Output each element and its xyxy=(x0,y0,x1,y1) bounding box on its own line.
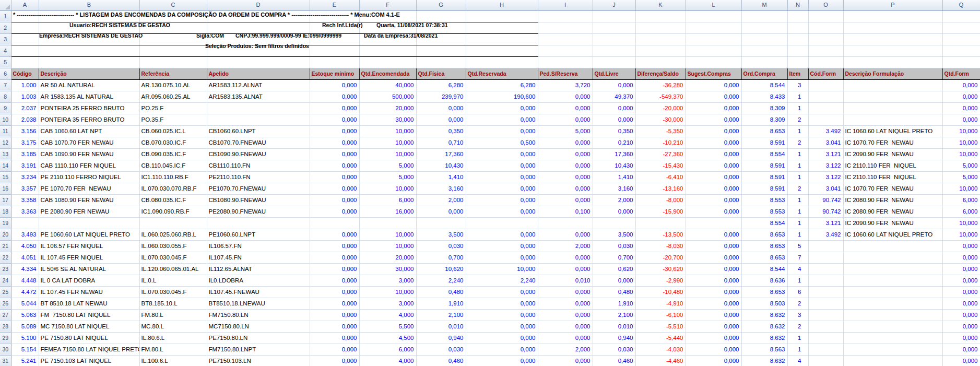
cell-M24[interactable]: 8.636 xyxy=(741,275,787,286)
cell-B8[interactable]: AR 1583.135 AL NATURAL xyxy=(39,91,139,102)
cell-B2[interactable] xyxy=(39,22,139,33)
column-header-F[interactable]: Qtd.Encomendada xyxy=(359,68,416,79)
cell-F16[interactable]: 10,000 xyxy=(359,183,416,194)
cell-I18[interactable]: 0,100 xyxy=(538,206,593,217)
cell-K16[interactable]: -13,160 xyxy=(635,183,686,194)
cell-M21[interactable]: 8.653 xyxy=(741,240,787,252)
cell-A26[interactable]: 5.044 xyxy=(11,298,39,309)
column-letter-N[interactable]: N xyxy=(787,0,808,10)
cell-L11[interactable]: 0,000 xyxy=(686,125,741,137)
cell-A13[interactable]: 3.185 xyxy=(11,148,39,160)
cell-I11[interactable]: 5,000 xyxy=(538,125,593,137)
cell-E18[interactable]: 0,000 xyxy=(310,206,359,217)
cell-A24[interactable]: 4.448 xyxy=(11,275,39,286)
cell-F10[interactable]: 30,000 xyxy=(359,114,416,125)
cell-A22[interactable]: 4.051 xyxy=(11,252,39,263)
cell-K20[interactable]: -13,500 xyxy=(635,229,686,240)
cell-A29[interactable]: 5.100 xyxy=(11,332,39,344)
cell-C25[interactable]: IL.070.030.045.F xyxy=(139,286,207,298)
cell-M13[interactable]: 8.554 xyxy=(741,148,787,160)
cell-K28[interactable]: -5,510 xyxy=(635,321,686,332)
row-number-17[interactable]: 17 xyxy=(0,194,11,206)
row-number-31[interactable]: 31 xyxy=(0,355,11,366)
cell-D29[interactable]: PE7150.80.LN xyxy=(207,332,310,344)
column-letter-P[interactable]: P xyxy=(843,0,942,10)
cell-E20[interactable]: 0,000 xyxy=(310,229,359,240)
cell-E29[interactable]: 0,000 xyxy=(310,332,359,344)
cell-M29[interactable]: 8.632 xyxy=(741,332,787,344)
cell-I10[interactable]: 0,000 xyxy=(538,114,593,125)
column-header-Q[interactable]: Qtd.Form xyxy=(942,68,980,79)
cell-M31[interactable]: 8.632 xyxy=(741,355,787,366)
cell-C13[interactable]: CB.090.035.IC.F xyxy=(139,148,207,160)
cell-J25[interactable]: 0,480 xyxy=(593,286,635,298)
cell-P25[interactable] xyxy=(843,286,942,298)
cell-P26[interactable] xyxy=(843,298,942,309)
cell-Q14[interactable]: 5,000 xyxy=(942,160,980,171)
cell-G2[interactable] xyxy=(416,22,466,33)
cell-G4[interactable] xyxy=(416,45,466,56)
cell-L7[interactable]: 0,000 xyxy=(686,79,741,91)
cell-E7[interactable]: 0,000 xyxy=(310,79,359,91)
cell-E25[interactable]: 0,000 xyxy=(310,286,359,298)
cell-F31[interactable]: 4,000 xyxy=(359,355,416,366)
cell-P8[interactable] xyxy=(843,91,942,102)
cell-J16[interactable]: 3,160 xyxy=(593,183,635,194)
cell-M28[interactable]: 8.632 xyxy=(741,321,787,332)
cell-A17[interactable]: 3.358 xyxy=(11,194,39,206)
cell-F19[interactable] xyxy=(359,217,416,229)
cell-N8[interactable]: 1 xyxy=(787,91,808,102)
cell-I29[interactable]: 0,000 xyxy=(538,332,593,344)
cell-I26[interactable]: 0,000 xyxy=(538,298,593,309)
cell-J4[interactable] xyxy=(593,45,635,56)
cell-M17[interactable]: 8.553 xyxy=(741,194,787,206)
cell-L1[interactable] xyxy=(686,10,741,22)
row-number-15[interactable]: 15 xyxy=(0,171,11,183)
cell-P20[interactable]: IC 1060.60 LAT NIQUEL PRETO xyxy=(843,229,942,240)
cell-F4[interactable] xyxy=(359,45,416,56)
cell-L28[interactable]: 0,000 xyxy=(686,321,741,332)
cell-O21[interactable] xyxy=(808,240,843,252)
cell-K22[interactable]: -20,700 xyxy=(635,252,686,263)
cell-L18[interactable]: 0,000 xyxy=(686,206,741,217)
cell-H17[interactable]: 0,000 xyxy=(466,194,538,206)
cell-O12[interactable]: 3.041 xyxy=(808,137,843,148)
cell-K29[interactable]: -5,440 xyxy=(635,332,686,344)
column-letter-O[interactable]: O xyxy=(808,0,843,10)
cell-P16[interactable]: IC 1070.70 FER NEWAU xyxy=(843,183,942,194)
column-header-E[interactable]: Estoque mínimo xyxy=(310,68,359,79)
cell-P10[interactable] xyxy=(843,114,942,125)
cell-A18[interactable]: 3.363 xyxy=(11,206,39,217)
cell-P19[interactable]: IC 2090.90 FER NEWAU xyxy=(843,217,942,229)
cell-O10[interactable] xyxy=(808,114,843,125)
cell-N27[interactable]: 3 xyxy=(787,309,808,321)
cell-A12[interactable]: 3.175 xyxy=(11,137,39,148)
cell-C26[interactable]: BT8.185.10.L xyxy=(139,298,207,309)
cell-E14[interactable]: 0,000 xyxy=(310,160,359,171)
cell-D16[interactable]: PE1070.70.FNEWAU xyxy=(207,183,310,194)
cell-O16[interactable]: 3.041 xyxy=(808,183,843,194)
cell-P28[interactable] xyxy=(843,321,942,332)
cell-N10[interactable]: 2 xyxy=(787,114,808,125)
cell-N25[interactable]: 6 xyxy=(787,286,808,298)
cell-N18[interactable]: 1 xyxy=(787,206,808,217)
cell-J26[interactable]: 1,910 xyxy=(593,298,635,309)
cell-F29[interactable]: 4,500 xyxy=(359,332,416,344)
cell-A1[interactable] xyxy=(11,10,39,22)
cell-M15[interactable]: 8.591 xyxy=(741,171,787,183)
cell-O30[interactable] xyxy=(808,344,843,355)
cell-M22[interactable]: 8.653 xyxy=(741,252,787,263)
cell-K27[interactable]: -6,100 xyxy=(635,309,686,321)
cell-H2[interactable] xyxy=(466,22,538,33)
cell-G8[interactable]: 239,970 xyxy=(416,91,466,102)
row-number-10[interactable]: 10 xyxy=(0,114,11,125)
cell-Q24[interactable]: 0,000 xyxy=(942,275,980,286)
cell-K8[interactable]: -549,370 xyxy=(635,91,686,102)
cell-D4[interactable] xyxy=(207,45,310,56)
cell-H10[interactable]: 0,000 xyxy=(466,114,538,125)
cell-G13[interactable]: 17,360 xyxy=(416,148,466,160)
cell-G5[interactable] xyxy=(416,56,466,68)
cell-D13[interactable]: CB1090.90.FNEWAU xyxy=(207,148,310,160)
cell-Q21[interactable]: 0,000 xyxy=(942,240,980,252)
cell-O8[interactable] xyxy=(808,91,843,102)
